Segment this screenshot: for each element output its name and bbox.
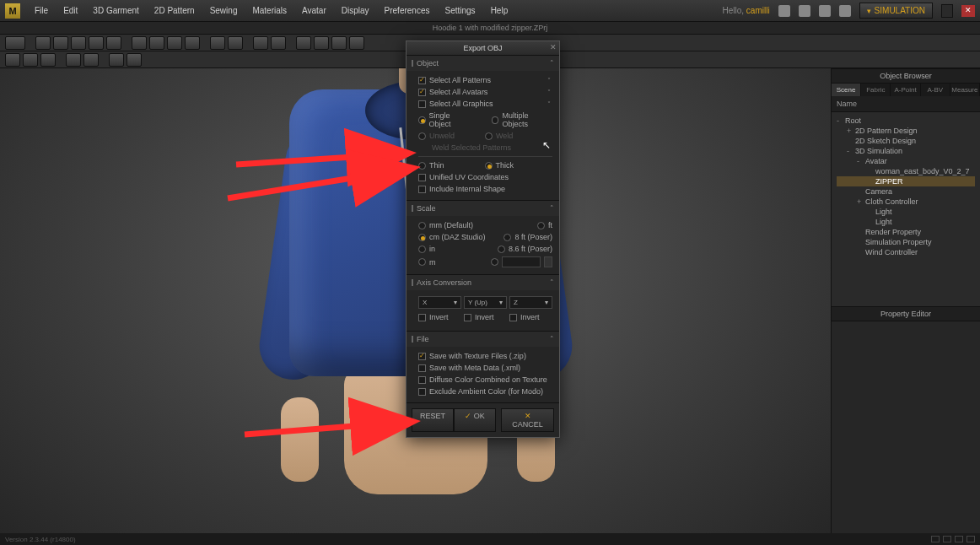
sel-tool-7[interactable]	[127, 53, 142, 67]
section-scale-header[interactable]: Scale˄	[407, 201, 559, 216]
sel-tool-5[interactable]	[83, 53, 99, 67]
tool-16[interactable]	[314, 36, 329, 50]
tool-1[interactable]	[5, 36, 25, 50]
menu-help[interactable]: Help	[483, 6, 516, 15]
tool-2[interactable]	[35, 36, 51, 50]
section-object-header[interactable]: Object˄	[407, 56, 559, 71]
tree-item[interactable]: Simulation Property	[837, 237, 975, 247]
radio-multiple-objects[interactable]	[492, 116, 499, 124]
tool-14[interactable]	[271, 36, 286, 50]
custom-scale-input[interactable]	[502, 256, 541, 267]
tool-15[interactable]	[296, 36, 311, 50]
tool-3[interactable]	[53, 36, 68, 50]
cloud-icon[interactable]	[839, 5, 851, 17]
menu-edit[interactable]: Edit	[56, 6, 85, 15]
radio-cm[interactable]	[418, 234, 426, 241]
tab-scene[interactable]: Scene	[832, 84, 861, 96]
chk-invert-y[interactable]	[464, 314, 471, 321]
tree-item[interactable]: Camera	[837, 186, 975, 197]
status-icon-4[interactable]	[967, 536, 975, 542]
chk-exclude-ambient[interactable]: Exclude Ambient Color (for Modo)	[418, 386, 552, 397]
tool-8[interactable]	[149, 36, 164, 50]
spinner-icon[interactable]	[544, 256, 552, 267]
simulation-button[interactable]: ▾SIMULATION	[859, 3, 933, 19]
tool-13[interactable]	[253, 36, 268, 50]
menu-avatar[interactable]: Avatar	[294, 6, 334, 15]
sound-icon[interactable]	[778, 5, 790, 17]
radio-86ft[interactable]	[498, 246, 505, 253]
menu-3d-garment[interactable]: 3D Garment	[85, 6, 146, 15]
tree-item[interactable]: -Root	[837, 116, 975, 126]
tree-item[interactable]: woman_east_body_V0_2_7	[837, 166, 975, 176]
tree-item[interactable]: +Cloth Controller	[837, 197, 975, 207]
username[interactable]: camilli	[746, 6, 770, 15]
tree-item[interactable]: Light	[837, 207, 975, 217]
section-axis-header[interactable]: Axis Conversion˄	[407, 275, 559, 290]
tool-6[interactable]	[106, 36, 121, 50]
menu-display[interactable]: Display	[334, 6, 377, 15]
axis-y-select[interactable]: Y (Up)▾	[464, 296, 507, 309]
menu-preferences[interactable]: Preferences	[377, 6, 438, 15]
tab-fabric[interactable]: Fabric	[861, 84, 891, 96]
sel-tool-2[interactable]	[23, 53, 38, 67]
chk-unified-uv[interactable]: Unified UV Coordinates	[418, 171, 552, 183]
radio-single-object[interactable]	[418, 116, 426, 124]
sel-tool-1[interactable]	[5, 53, 20, 67]
tree-item[interactable]: ZIPPER	[837, 176, 975, 186]
tree-item[interactable]: Light	[837, 217, 975, 227]
axis-x-select[interactable]: X▾	[418, 296, 461, 309]
radio-mm[interactable]	[418, 222, 426, 229]
radio-8ft[interactable]	[503, 234, 511, 241]
tree-item[interactable]: +2D Pattern Design	[837, 126, 975, 136]
tool-7[interactable]	[132, 36, 147, 50]
radio-custom[interactable]	[491, 258, 498, 266]
radio-in[interactable]	[418, 246, 426, 253]
axis-z-select[interactable]: Z▾	[509, 296, 552, 309]
tree-item[interactable]: -Avatar	[837, 156, 975, 166]
radio-ft[interactable]	[537, 222, 545, 229]
simulation-dropdown[interactable]	[941, 4, 953, 18]
menu-materials[interactable]: Materials	[245, 6, 294, 15]
dialog-close-button[interactable]: ✕	[550, 43, 557, 51]
tree-item[interactable]: Render Property	[837, 227, 975, 237]
section-file-header[interactable]: File˄	[407, 332, 559, 347]
scene-tree[interactable]: -Root+2D Pattern Design2D Sketch Design-…	[832, 112, 980, 306]
menu-file[interactable]: File	[27, 6, 56, 15]
chk-internal-shape[interactable]: Include Internal Shape	[418, 183, 552, 195]
status-icon-3[interactable]	[955, 536, 963, 542]
user-icon[interactable]	[799, 5, 810, 17]
chk-select-all-patterns[interactable]: Select All Patterns˅	[418, 74, 552, 86]
menu-sewing[interactable]: Sewing	[202, 6, 245, 15]
sel-tool-4[interactable]	[66, 53, 81, 67]
chk-invert-x[interactable]	[418, 314, 426, 321]
chk-select-all-avatars[interactable]: Select All Avatars˅	[418, 86, 552, 98]
chk-diffuse-combined[interactable]: Diffuse Color Combined on Texture	[418, 374, 552, 386]
chk-invert-z[interactable]	[509, 314, 517, 321]
tool-12[interactable]	[228, 36, 243, 50]
tab-abv[interactable]: A-BV	[921, 84, 950, 96]
tab-apoint[interactable]: A-Point	[891, 84, 920, 96]
menu-settings[interactable]: Settings	[437, 6, 482, 15]
help-icon[interactable]	[819, 5, 831, 17]
sel-tool-6[interactable]	[109, 53, 124, 67]
tree-item[interactable]: 2D Sketch Design	[837, 136, 975, 146]
radio-thick[interactable]	[485, 162, 493, 170]
tool-18[interactable]	[349, 36, 364, 50]
status-icon-1[interactable]	[931, 536, 940, 542]
tab-measure[interactable]: Measure	[950, 84, 980, 96]
chk-save-meta[interactable]: Save with Meta Data (.xml)	[418, 362, 552, 374]
ok-button[interactable]: OK	[454, 408, 496, 432]
status-icon-2[interactable]	[943, 536, 951, 542]
tool-9[interactable]	[167, 36, 182, 50]
radio-m[interactable]	[418, 258, 426, 266]
chk-select-all-graphics[interactable]: Select All Graphics˅	[418, 98, 552, 110]
menu-2d-pattern[interactable]: 2D Pattern	[147, 6, 202, 15]
tool-4[interactable]	[71, 36, 86, 50]
tool-5[interactable]	[89, 36, 104, 50]
tree-item[interactable]: -3D Simulation	[837, 146, 975, 156]
tool-11[interactable]	[210, 36, 225, 50]
chk-save-texture[interactable]: Save with Texture Files (.zip)	[418, 350, 552, 362]
tool-17[interactable]	[331, 36, 347, 50]
sel-tool-3[interactable]	[40, 53, 56, 67]
tree-item[interactable]: Wind Controller	[837, 247, 975, 257]
